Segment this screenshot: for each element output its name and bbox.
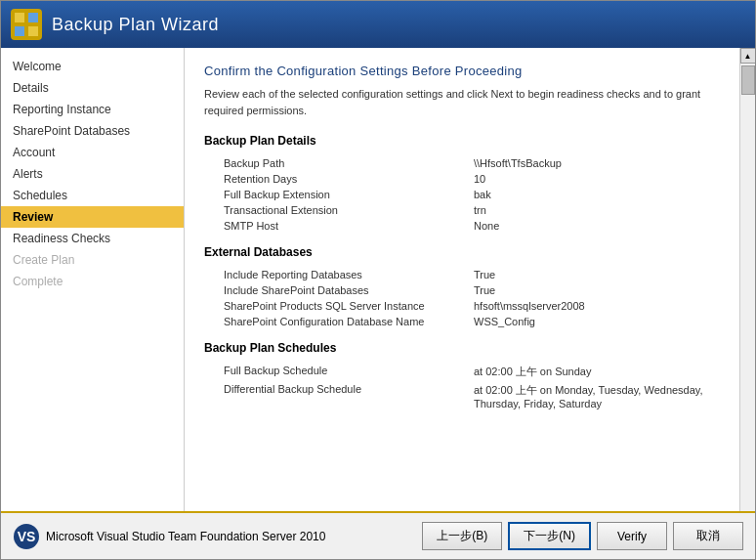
vs-icon: VS (13, 523, 40, 550)
title-bar: Backup Plan Wizard (1, 1, 755, 48)
sidebar-item-readiness-checks[interactable]: Readiness Checks (1, 228, 184, 249)
product-name: Visual Studio Team Foundation Server (97, 530, 300, 543)
svg-rect-2 (28, 13, 38, 22)
table-row: Include SharePoint DatabasesTrue (204, 282, 720, 298)
config-label: Retention Days (204, 171, 458, 187)
content-panel: Confirm the Configuration Settings Befor… (185, 48, 739, 511)
sidebar-item-account[interactable]: Account (1, 142, 184, 163)
table-row: Differential Backup Scheduleat 02:00 上午 … (204, 381, 720, 411)
config-value: WSS_Config (458, 314, 720, 329)
microsoft-label: Microsoft (46, 530, 94, 543)
scroll-up-button[interactable]: ▲ (740, 48, 756, 64)
section-title: Backup Plan Details (204, 134, 720, 148)
config-value: hfsoft\mssqlserver2008 (458, 298, 720, 314)
config-label: Differential Backup Schedule (204, 381, 458, 411)
table-row: Backup Path\\Hfsoft\TfsBackup (204, 155, 720, 171)
table-row: Retention Days10 (204, 171, 720, 187)
table-row: Transactional Extensiontrn (204, 202, 720, 218)
sections-container: Backup Plan DetailsBackup Path\\Hfsoft\T… (204, 134, 720, 411)
config-label: Full Backup Extension (204, 187, 458, 202)
sidebar-item-review[interactable]: Review (1, 206, 184, 228)
section-title: Backup Plan Schedules (204, 341, 720, 355)
config-label: Backup Path (204, 155, 458, 171)
svg-rect-4 (28, 26, 38, 36)
svg-text:VS: VS (18, 529, 36, 544)
svg-rect-1 (15, 13, 24, 22)
table-row: SMTP HostNone (204, 218, 720, 234)
scrollbar[interactable]: ▲ (739, 48, 755, 511)
table-row: SharePoint Products SQL Server Instanceh… (204, 298, 720, 314)
config-value: True (458, 267, 720, 282)
config-value: at 02:00 上午 on Sunday (458, 363, 720, 381)
config-label: Include Reporting Databases (204, 267, 458, 282)
app-icon (11, 9, 42, 40)
config-label: SharePoint Products SQL Server Instance (204, 298, 458, 314)
footer-buttons: 上一步(B)下一步(N)Verify取消 (422, 522, 743, 550)
section-title: External Databases (204, 245, 720, 259)
table-row: Full Backup Extensionbak (204, 187, 720, 202)
sidebar-item-welcome[interactable]: Welcome (1, 56, 184, 77)
next-button[interactable]: 下一步(N) (508, 522, 591, 550)
footer-logo: VS Microsoft Visual Studio Team Foundati… (13, 523, 422, 550)
sidebar-item-details[interactable]: Details (1, 77, 184, 99)
verify-button[interactable]: Verify (597, 522, 667, 550)
table-row: Include Reporting DatabasesTrue (204, 267, 720, 282)
config-value: None (458, 218, 720, 234)
sidebar-item-complete: Complete (1, 271, 184, 292)
sidebar-item-alerts[interactable]: Alerts (1, 163, 184, 185)
sidebar-item-create-plan: Create Plan (1, 249, 184, 271)
config-value: bak (458, 187, 720, 202)
config-label: Full Backup Schedule (204, 363, 458, 381)
config-table: Full Backup Scheduleat 02:00 上午 on Sunda… (204, 363, 720, 411)
back-button[interactable]: 上一步(B) (422, 522, 502, 550)
config-label: SharePoint Configuration Database Name (204, 314, 458, 329)
sidebar: WelcomeDetailsReporting InstanceSharePoi… (1, 48, 185, 511)
sidebar-item-reporting-instance[interactable]: Reporting Instance (1, 99, 184, 120)
table-row: Full Backup Scheduleat 02:00 上午 on Sunda… (204, 363, 720, 381)
table-row: SharePoint Configuration Database NameWS… (204, 314, 720, 329)
cancel-button[interactable]: 取消 (673, 522, 743, 550)
config-label: Transactional Extension (204, 202, 458, 218)
page-description: Review each of the selected configuratio… (204, 86, 720, 118)
product-year: 2010 (300, 530, 326, 543)
scroll-thumb[interactable] (741, 65, 755, 95)
window-title: Backup Plan Wizard (52, 15, 219, 35)
config-table: Include Reporting DatabasesTrueInclude S… (204, 267, 720, 329)
config-label: Include SharePoint Databases (204, 282, 458, 298)
page-title: Confirm the Configuration Settings Befor… (204, 64, 720, 78)
sidebar-item-schedules[interactable]: Schedules (1, 185, 184, 206)
config-value: \\Hfsoft\TfsBackup (458, 155, 720, 171)
svg-rect-3 (15, 26, 24, 36)
config-value: True (458, 282, 720, 298)
footer: VS Microsoft Visual Studio Team Foundati… (1, 511, 755, 559)
footer-logo-text: Microsoft Visual Studio Team Foundation … (46, 530, 325, 543)
config-value: 10 (458, 171, 720, 187)
config-table: Backup Path\\Hfsoft\TfsBackupRetention D… (204, 155, 720, 234)
sidebar-item-sharepoint-databases[interactable]: SharePoint Databases (1, 120, 184, 142)
config-value: at 02:00 上午 on Monday, Tuesday, Wednesda… (458, 381, 720, 411)
config-value: trn (458, 202, 720, 218)
config-label: SMTP Host (204, 218, 458, 234)
